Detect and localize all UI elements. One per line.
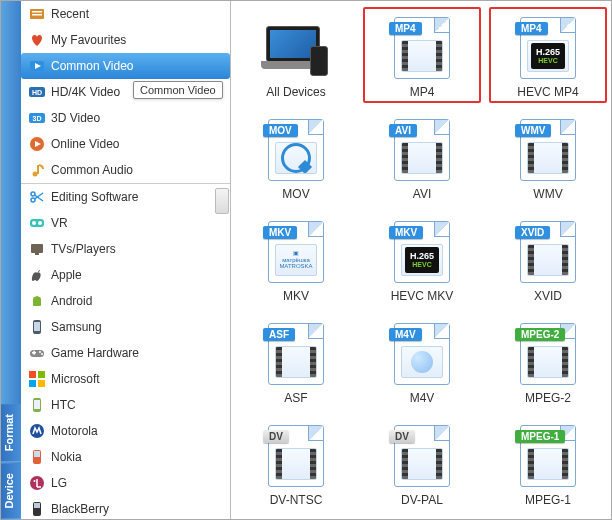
recent-icon bbox=[29, 6, 45, 22]
tv-icon bbox=[29, 241, 45, 257]
format-item-hd-4k-video[interactable]: HDHD/4K VideoCommon Video bbox=[21, 79, 230, 105]
format-item-common-video[interactable]: Common Video bbox=[21, 53, 230, 79]
format-item-mp4[interactable]: MP4MP4 bbox=[363, 7, 481, 103]
format-item-xvid[interactable]: XVIDXVID bbox=[489, 211, 607, 307]
sidebar-item-label: 3D Video bbox=[51, 111, 100, 125]
scissors-icon bbox=[29, 189, 45, 205]
blackberry-icon bbox=[29, 501, 45, 517]
sidebar-item-label: Samsung bbox=[51, 320, 102, 334]
format-item-label: MKV bbox=[283, 289, 309, 303]
3d-icon: 3D bbox=[29, 110, 45, 126]
side-tab-device[interactable]: Device bbox=[1, 463, 21, 519]
format-item-label: DV-NTSC bbox=[270, 493, 323, 507]
devices-icon bbox=[262, 18, 330, 78]
format-item-common-audio[interactable]: Common Audio bbox=[21, 157, 230, 183]
format-item-my-favourites[interactable]: My Favourites bbox=[21, 27, 230, 53]
svg-text:3D: 3D bbox=[33, 115, 42, 122]
android-icon bbox=[29, 293, 45, 309]
device-item-nokia[interactable]: Nokia bbox=[21, 444, 230, 470]
thumb-art: ▣матрёшкаMATROSKA bbox=[275, 244, 317, 276]
sidebar-item-label: Nokia bbox=[51, 450, 82, 464]
sidebar-tabs: Format Device bbox=[1, 1, 21, 519]
format-item-label: MOV bbox=[282, 187, 309, 201]
device-item-editing-software[interactable]: Editing Software bbox=[21, 184, 230, 210]
thumb-art bbox=[401, 346, 443, 378]
device-item-motorola[interactable]: Motorola bbox=[21, 418, 230, 444]
device-item-android[interactable]: Android bbox=[21, 288, 230, 314]
file-icon: MKV▣матрёшкаMATROSKA bbox=[268, 221, 324, 283]
format-item-hevc-mkv[interactable]: MKVH.265HEVCHEVC MKV bbox=[363, 211, 481, 307]
svg-rect-44 bbox=[34, 503, 40, 508]
svg-rect-12 bbox=[37, 165, 39, 174]
format-badge: WMV bbox=[515, 124, 551, 137]
file-icon: MP4 bbox=[394, 17, 450, 79]
device-item-microsoft[interactable]: Microsoft bbox=[21, 366, 230, 392]
device-item-lg[interactable]: LG bbox=[21, 470, 230, 496]
app-window: Format Device RecentMy FavouritesCommon … bbox=[0, 0, 612, 520]
format-item-mov[interactable]: MOVMOV bbox=[237, 109, 355, 205]
thumb-art bbox=[401, 40, 443, 72]
svg-rect-34 bbox=[29, 380, 36, 387]
device-item-apple[interactable]: Apple bbox=[21, 262, 230, 288]
video-icon bbox=[29, 58, 45, 74]
device-item-game-hardware[interactable]: Game Hardware bbox=[21, 340, 230, 366]
thumb-art bbox=[527, 142, 569, 174]
format-item-online-video[interactable]: Online Video bbox=[21, 131, 230, 157]
format-item-3d-video[interactable]: 3D3D Video bbox=[21, 105, 230, 131]
format-badge: DV bbox=[263, 430, 289, 443]
svg-rect-33 bbox=[38, 371, 45, 378]
device-item-vr[interactable]: VR bbox=[21, 210, 230, 236]
thumb-art bbox=[401, 142, 443, 174]
thumb-art bbox=[527, 448, 569, 480]
online-icon bbox=[29, 136, 45, 152]
apple-icon bbox=[29, 267, 45, 283]
sidebar-item-label: TVs/Players bbox=[51, 242, 116, 256]
audio-icon bbox=[29, 162, 45, 178]
format-item-label: MP4 bbox=[410, 85, 435, 99]
format-item-dv-ntsc[interactable]: DVDV-NTSC bbox=[237, 415, 355, 511]
file-icon: MP4H.265HEVC bbox=[520, 17, 576, 79]
format-item-asf[interactable]: ASFASF bbox=[237, 313, 355, 409]
sidebar-item-label: Apple bbox=[51, 268, 82, 282]
format-badge: XVID bbox=[515, 226, 550, 239]
sidebar-item-label: Game Hardware bbox=[51, 346, 139, 360]
main-panel: All DevicesMP4MP4MP4H.265HEVCHEVC MP4MOV… bbox=[231, 1, 611, 519]
format-badge: DV bbox=[389, 430, 415, 443]
format-item-mpeg-1[interactable]: MPEG-1MPEG-1 bbox=[489, 415, 607, 511]
format-badge: MP4 bbox=[515, 22, 548, 35]
svg-rect-31 bbox=[33, 351, 35, 355]
format-section: RecentMy FavouritesCommon VideoHDHD/4K V… bbox=[21, 1, 230, 184]
sidebar-item-label: HTC bbox=[51, 398, 76, 412]
side-tab-format[interactable]: Format bbox=[1, 404, 21, 462]
format-item-wmv[interactable]: WMVWMV bbox=[489, 109, 607, 205]
format-item-mpeg-2[interactable]: MPEG-2MPEG-2 bbox=[489, 313, 607, 409]
format-item-dv-pal[interactable]: DVDV-PAL bbox=[363, 415, 481, 511]
svg-point-18 bbox=[32, 221, 36, 225]
device-item-htc[interactable]: HTC bbox=[21, 392, 230, 418]
sidebar-item-label: BlackBerry bbox=[51, 502, 109, 516]
format-badge: MPEG-1 bbox=[515, 430, 565, 443]
format-item-recent[interactable]: Recent bbox=[21, 1, 230, 27]
samsung-icon bbox=[29, 319, 45, 335]
format-item-mkv[interactable]: MKV▣матрёшкаMATROSKAMKV bbox=[237, 211, 355, 307]
file-icon: M4V bbox=[394, 323, 450, 385]
device-item-tvs-players[interactable]: TVs/Players bbox=[21, 236, 230, 262]
sidebar-item-label: Motorola bbox=[51, 424, 98, 438]
thumb-art bbox=[527, 346, 569, 378]
file-icon: WMV bbox=[520, 119, 576, 181]
format-item-all-devices[interactable]: All Devices bbox=[237, 7, 355, 103]
sidebar-item-label: Recent bbox=[51, 7, 89, 21]
thumb-art: H.265HEVC bbox=[527, 40, 569, 72]
format-item-hevc-mp4[interactable]: MP4H.265HEVCHEVC MP4 bbox=[489, 7, 607, 103]
svg-point-29 bbox=[41, 353, 43, 355]
thumb-art bbox=[275, 346, 317, 378]
device-item-samsung[interactable]: Samsung bbox=[21, 314, 230, 340]
format-item-m4v[interactable]: M4VM4V bbox=[363, 313, 481, 409]
svg-point-23 bbox=[34, 296, 35, 297]
format-badge: MOV bbox=[263, 124, 298, 137]
device-item-blackberry[interactable]: BlackBerry bbox=[21, 496, 230, 519]
file-icon: DV bbox=[394, 425, 450, 487]
motorola-icon bbox=[29, 423, 45, 439]
format-item-label: WMV bbox=[533, 187, 562, 201]
format-item-avi[interactable]: AVIAVI bbox=[363, 109, 481, 205]
